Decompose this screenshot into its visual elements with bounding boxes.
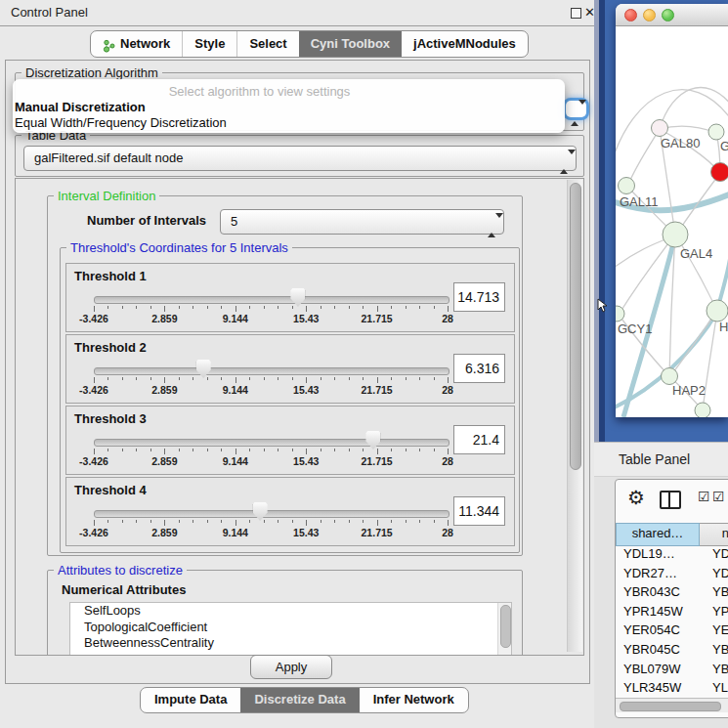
- dropdown-option[interactable]: Manual Discretization: [15, 100, 146, 114]
- vertical-scrollbar[interactable]: [567, 180, 582, 652]
- checkbox-icon[interactable]: ☑: [712, 489, 725, 504]
- scrollbar-thumb[interactable]: [500, 605, 511, 648]
- attribute-list-item[interactable]: TopologicalCoefficient: [70, 620, 511, 636]
- slider-track[interactable]: [94, 367, 450, 375]
- tab-network[interactable]: Network: [91, 31, 182, 57]
- column-header[interactable]: na: [700, 523, 728, 546]
- algorithm-dropdown-popup: Select algorithm to view settings Manual…: [13, 79, 565, 133]
- slider-thumb[interactable]: [290, 288, 305, 307]
- tab-impute-data[interactable]: Impute Data: [141, 688, 240, 712]
- threshold-panel: Threshold 2-3.4262.8599.14415.4321.71528…: [65, 334, 515, 404]
- table-data-group: Table Data galFiltered.sif default node: [15, 135, 584, 177]
- zoom-button[interactable]: [662, 9, 674, 21]
- tab-label: Cyni Toolbox: [311, 32, 390, 56]
- network-node[interactable]: [695, 403, 710, 417]
- network-edge[interactable]: [670, 311, 717, 376]
- split-columns-icon[interactable]: [660, 491, 681, 509]
- network-edge[interactable]: [627, 129, 660, 187]
- threshold-value-field[interactable]: 14.713: [453, 282, 505, 312]
- network-node[interactable]: [707, 300, 728, 321]
- number-of-intervals-combobox[interactable]: 5: [220, 209, 504, 235]
- network-edge[interactable]: [660, 88, 728, 129]
- threshold-value-field[interactable]: 21.4: [453, 425, 505, 454]
- tab-jactivemnodules[interactable]: jActiveMNodules: [402, 31, 528, 57]
- group-title: Interval Definition: [54, 189, 159, 203]
- attributes-group: Attributes to discretize Numerical Attri…: [47, 570, 523, 656]
- table-row[interactable]: YBL079WYBL0: [616, 660, 728, 679]
- table-data-combobox[interactable]: galFiltered.sif default node: [23, 146, 577, 171]
- attributes-listbox[interactable]: SelfLoopsTopologicalCoefficientBetweenne…: [69, 602, 512, 656]
- table-row[interactable]: YDL19…YDL1: [616, 544, 728, 564]
- attribute-list-item[interactable]: BetweennessCentrality: [70, 635, 511, 652]
- table-row[interactable]: YPR145WYPR1: [616, 602, 728, 621]
- horizontal-scrollbar[interactable]: [616, 698, 728, 712]
- network-node[interactable]: [663, 222, 688, 247]
- tab-label: Select: [249, 32, 286, 56]
- list-scrollbar[interactable]: [497, 603, 511, 656]
- node-label: GAL4: [680, 246, 712, 261]
- table-cell: YBL0: [706, 660, 728, 679]
- table-row[interactable]: YDR27…YDR2: [616, 564, 728, 583]
- slider-thumb[interactable]: [365, 431, 380, 450]
- table-cell: YER0: [706, 621, 728, 640]
- tab-infer-network[interactable]: Infer Network: [360, 688, 468, 712]
- tick-labels: -3.4262.8599.14415.4321.71528: [94, 384, 448, 396]
- threshold-label: Threshold 2: [74, 340, 147, 355]
- table-cell: YBR043C: [616, 582, 706, 602]
- stepper-icon[interactable]: [488, 214, 496, 230]
- top-tabbar: NetworkStyleSelectCyni ToolboxjActiveMNo…: [90, 30, 529, 58]
- stepper-icon[interactable]: [560, 150, 569, 166]
- attribute-list-item[interactable]: SelfLoops: [70, 603, 511, 620]
- network-node[interactable]: [619, 178, 635, 194]
- tab-style[interactable]: Style: [182, 31, 236, 57]
- network-node[interactable]: [652, 120, 668, 137]
- gear-icon[interactable]: ⚙: [627, 486, 645, 509]
- table-rows: YDL19…YDL1YDR27…YDR2YBR043CYBR0YPR145WYP…: [616, 544, 728, 716]
- table-row[interactable]: YBR045CYBR0: [616, 640, 728, 660]
- stepper-icon[interactable]: [571, 105, 579, 120]
- threshold-panel: Threshold 4-3.4262.8599.14415.4321.71528…: [65, 477, 515, 546]
- network-window-titlebar[interactable]: [616, 4, 728, 26]
- threshold-value-field[interactable]: 11.344: [453, 496, 505, 526]
- column-header[interactable]: shared…: [616, 523, 700, 546]
- table-row[interactable]: YER054CYER0: [616, 621, 728, 640]
- node-table: ⚙ ☑ ☑ shared…na YDL19…YDL1YDR27…YDR2YBR0…: [615, 479, 728, 718]
- node-label: HA: [719, 320, 728, 334]
- table-cell: YER054C: [616, 621, 706, 640]
- apply-button[interactable]: Apply: [250, 655, 332, 679]
- tab-discretize-data[interactable]: Discretize Data: [240, 688, 359, 712]
- table-cell: YDR2: [706, 564, 728, 583]
- scrollbar-thumb[interactable]: [620, 702, 721, 711]
- algorithm-combobox-focus-ring[interactable]: [566, 101, 586, 117]
- slider-track[interactable]: [94, 510, 450, 518]
- slider-track[interactable]: [94, 439, 450, 447]
- node-label: GAL11: [620, 194, 659, 209]
- close-button[interactable]: [624, 9, 637, 21]
- table-cell: YPR1: [706, 602, 728, 621]
- threshold-value-field[interactable]: 6.316: [453, 354, 505, 383]
- tab-cyni-toolbox[interactable]: Cyni Toolbox: [299, 31, 402, 57]
- dropdown-option[interactable]: Equal Width/Frequency Discretization: [15, 115, 227, 130]
- slider-ticks: [94, 520, 448, 526]
- network-edge[interactable]: [717, 232, 728, 310]
- network-icon: [103, 37, 115, 51]
- checkbox-icon[interactable]: ☑: [698, 489, 710, 504]
- slider-track[interactable]: [94, 296, 450, 304]
- minimize-button[interactable]: [643, 9, 656, 21]
- group-title: Discretization Algorithm: [21, 65, 162, 80]
- slider-thumb[interactable]: [253, 502, 268, 521]
- table-row[interactable]: YLR345WYLR3: [616, 678, 728, 698]
- network-node[interactable]: [662, 368, 678, 385]
- slider-thumb[interactable]: [196, 360, 211, 378]
- scrollbar-thumb[interactable]: [570, 183, 581, 470]
- network-view-canvas[interactable]: GAL80GALGAL11GAL4GCY1HAHAP2: [616, 26, 728, 417]
- float-window-icon[interactable]: [571, 8, 581, 19]
- network-node[interactable]: [708, 124, 724, 140]
- group-title: Attributes to discretize: [54, 563, 187, 578]
- table-row[interactable]: YBR043CYBR0: [616, 582, 728, 602]
- network-node[interactable]: [711, 163, 728, 182]
- node-label: GCY1: [618, 321, 652, 336]
- dropdown-hint: Select algorithm to view settings: [13, 84, 506, 99]
- tick-labels: -3.4262.8599.14415.4321.71528: [94, 527, 448, 538]
- tab-select[interactable]: Select: [236, 31, 298, 57]
